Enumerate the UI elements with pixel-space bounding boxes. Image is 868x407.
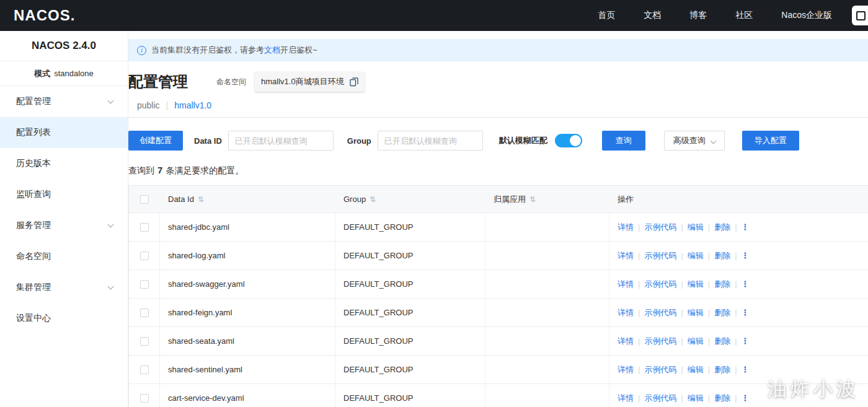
tab-hmallv1[interactable]: hmallv1.0 xyxy=(174,100,211,110)
edit-link[interactable]: 编辑 xyxy=(688,222,704,233)
more-actions-icon[interactable]: ⋮ xyxy=(742,365,750,374)
sidebar-item-config-list[interactable]: 配置列表 xyxy=(0,117,128,148)
row-checkbox[interactable] xyxy=(140,337,149,346)
sample-code-link[interactable]: 示例代码 xyxy=(644,222,676,233)
row-checkbox[interactable] xyxy=(140,252,149,260)
fuzzy-match-toggle[interactable] xyxy=(555,134,582,147)
row-actions: 详情|示例代码|编辑|删除|⋮ xyxy=(609,384,868,407)
edit-link[interactable]: 编辑 xyxy=(688,393,704,404)
col-app[interactable]: 归属应用 ⇅ xyxy=(485,186,609,212)
action-separator: | xyxy=(681,222,683,232)
delete-link[interactable]: 删除 xyxy=(714,279,730,290)
delete-link[interactable]: 删除 xyxy=(714,307,730,318)
import-config-button[interactable]: 导入配置 xyxy=(742,131,799,151)
detail-link[interactable]: 详情 xyxy=(618,364,634,375)
detail-link[interactable]: 详情 xyxy=(618,250,634,261)
sidebar-item-service-management[interactable]: 服务管理 xyxy=(0,210,128,241)
sidebar-item-label: 设置中心 xyxy=(16,313,51,324)
more-actions-icon[interactable]: ⋮ xyxy=(742,308,750,317)
col-data-id[interactable]: Data Id ⇅ xyxy=(160,186,335,212)
row-app xyxy=(485,356,609,383)
sidebar-item-label: 配置列表 xyxy=(16,127,51,138)
row-checkbox[interactable] xyxy=(140,365,149,374)
sample-code-link[interactable]: 示例代码 xyxy=(644,307,676,318)
topbar-corner-button[interactable] xyxy=(852,6,868,25)
edit-link[interactable]: 编辑 xyxy=(688,250,704,261)
sample-code-link[interactable]: 示例代码 xyxy=(644,364,676,375)
sidebar-mode: 模式 standalone xyxy=(0,61,128,86)
sample-code-link[interactable]: 示例代码 xyxy=(644,336,676,347)
more-actions-icon[interactable]: ⋮ xyxy=(742,279,750,289)
nav-blog[interactable]: 博客 xyxy=(689,10,707,21)
more-actions-icon[interactable]: ⋮ xyxy=(742,222,750,232)
row-checkbox[interactable] xyxy=(140,223,149,232)
more-actions-icon[interactable]: ⋮ xyxy=(742,336,750,346)
col-group[interactable]: Group ⇅ xyxy=(335,186,485,212)
table-row: shared-seata.yaml DEFAULT_GROUP 详情|示例代码|… xyxy=(129,327,868,356)
docs-link[interactable]: 文档 xyxy=(264,45,280,55)
data-id-input[interactable] xyxy=(228,131,334,151)
edit-link[interactable]: 编辑 xyxy=(688,279,704,290)
tab-public[interactable]: public xyxy=(137,100,160,110)
more-actions-icon[interactable]: ⋮ xyxy=(742,251,750,260)
table-header: Data Id ⇅ Group ⇅ 归属应用 ⇅ 操作 xyxy=(129,186,868,213)
auth-warning-banner: i 当前集群没有开启鉴权，请参考文档开启鉴权~ xyxy=(128,39,868,61)
sidebar-item-namespace[interactable]: 命名空间 xyxy=(0,241,128,272)
sidebar-item-config-management[interactable]: 配置管理 xyxy=(0,86,128,117)
row-group: DEFAULT_GROUP xyxy=(335,384,485,407)
nav-enterprise[interactable]: Nacos企业版 xyxy=(781,10,832,21)
row-checkbox[interactable] xyxy=(140,309,149,317)
row-app xyxy=(485,242,609,269)
topbar-nav: 首页 文档 博客 社区 Nacos企业版 xyxy=(598,10,868,21)
row-data-id: cart-service-dev.yaml xyxy=(160,384,335,407)
sample-code-link[interactable]: 示例代码 xyxy=(644,279,676,290)
sidebar-item-cluster-management[interactable]: 集群管理 xyxy=(0,272,128,303)
select-all-checkbox[interactable] xyxy=(140,195,149,204)
delete-link[interactable]: 删除 xyxy=(714,222,730,233)
sidebar-item-history[interactable]: 历史版本 xyxy=(0,148,128,179)
copy-icon[interactable] xyxy=(350,77,358,87)
row-app xyxy=(485,270,609,298)
nav-docs[interactable]: 文档 xyxy=(644,10,661,21)
sample-code-link[interactable]: 示例代码 xyxy=(644,250,676,261)
result-summary: 查询到7条满足要求的配置。 xyxy=(128,165,868,177)
delete-link[interactable]: 删除 xyxy=(714,336,730,347)
edit-link[interactable]: 编辑 xyxy=(688,307,704,318)
detail-link[interactable]: 详情 xyxy=(618,307,634,318)
namespace-label: 命名空间 xyxy=(216,77,246,87)
action-separator: | xyxy=(681,393,683,403)
row-group: DEFAULT_GROUP xyxy=(335,356,485,383)
delete-link[interactable]: 删除 xyxy=(714,393,730,404)
detail-link[interactable]: 详情 xyxy=(618,393,634,404)
row-checkbox-cell xyxy=(129,213,160,241)
qr-icon xyxy=(856,11,866,20)
row-checkbox[interactable] xyxy=(140,280,149,289)
row-checkbox[interactable] xyxy=(140,394,149,403)
delete-link[interactable]: 删除 xyxy=(714,250,730,261)
advanced-query-button[interactable]: 高级查询 xyxy=(664,131,725,151)
row-data-id: shared-jdbc.yaml xyxy=(160,213,335,241)
action-separator: | xyxy=(708,222,710,232)
action-separator: | xyxy=(735,336,737,346)
advanced-query-label: 高级查询 xyxy=(673,135,706,146)
detail-link[interactable]: 详情 xyxy=(618,222,634,233)
sidebar-item-settings[interactable]: 设置中心 xyxy=(0,303,128,334)
nav-home[interactable]: 首页 xyxy=(598,10,615,21)
detail-link[interactable]: 详情 xyxy=(618,279,634,290)
sample-code-link[interactable]: 示例代码 xyxy=(644,393,676,404)
mode-value: standalone xyxy=(54,69,94,78)
action-separator: | xyxy=(708,279,710,289)
action-separator: | xyxy=(708,365,710,374)
more-actions-icon[interactable]: ⋮ xyxy=(742,393,750,403)
group-input[interactable] xyxy=(378,131,483,151)
sidebar-item-listener-query[interactable]: 监听查询 xyxy=(0,179,128,210)
delete-link[interactable]: 删除 xyxy=(714,364,730,375)
edit-link[interactable]: 编辑 xyxy=(688,364,704,375)
create-config-button[interactable]: 创建配置 xyxy=(128,131,183,151)
query-button[interactable]: 查询 xyxy=(602,131,645,151)
sidebar-item-label: 服务管理 xyxy=(16,220,51,231)
edit-link[interactable]: 编辑 xyxy=(688,336,704,347)
row-actions: 详情|示例代码|编辑|删除|⋮ xyxy=(609,242,868,269)
detail-link[interactable]: 详情 xyxy=(618,336,634,347)
nav-community[interactable]: 社区 xyxy=(735,10,753,21)
